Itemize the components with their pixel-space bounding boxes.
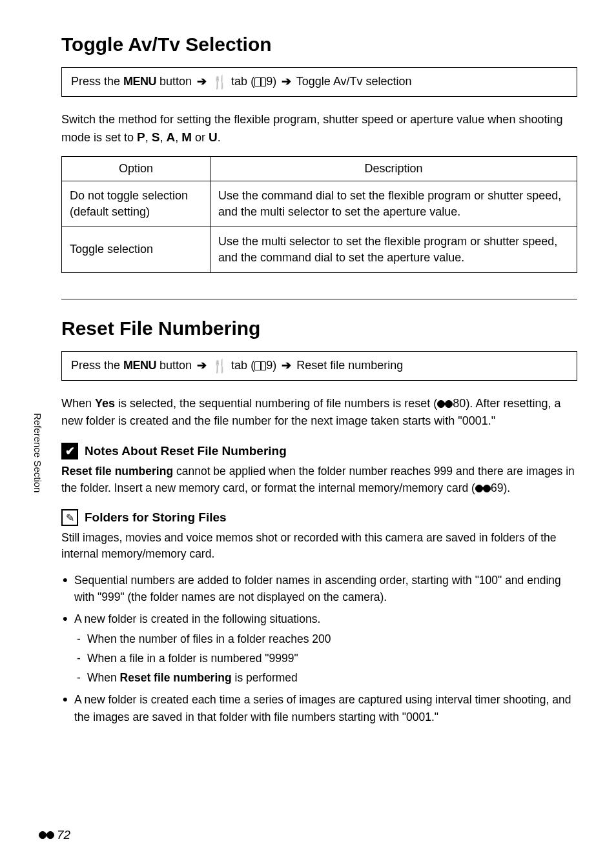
- section-heading-reset: Reset File Numbering: [61, 318, 577, 339]
- list-item: Sequential numbers are added to folder n…: [61, 572, 577, 606]
- nav-text: button: [156, 359, 195, 372]
- bold-term: Reset file numbering: [61, 465, 173, 478]
- nav-item-label: Toggle Av/Tv selection: [293, 75, 411, 88]
- menu-button-label: MENU: [123, 359, 156, 372]
- note-title: Notes About Reset File Numbering: [85, 444, 287, 458]
- options-table: Option Description Do not toggle selecti…: [61, 156, 577, 274]
- sub-list-item: When the number of files in a folder rea…: [74, 631, 577, 647]
- menu-button-label: MENU: [123, 75, 156, 88]
- note-title: Folders for Storing Files: [85, 510, 227, 525]
- page-ref: 9: [266, 75, 272, 88]
- nav-item-label: Reset file numbering: [293, 359, 403, 372]
- section-heading-toggle: Toggle Av/Tv Selection: [61, 34, 577, 56]
- breadcrumb-toggle: Press the MENU button ➔ 🍴 tab (9) ➔ Togg…: [61, 67, 577, 97]
- book-icon: [254, 77, 266, 86]
- table-row: Toggle selection Use the multi selector …: [62, 227, 577, 272]
- page-number: 72: [57, 828, 70, 842]
- book-icon: [254, 361, 266, 370]
- section-divider: [61, 299, 577, 299]
- reference-number: 80: [453, 397, 466, 410]
- arrow-icon: ➔: [282, 359, 291, 372]
- page-ref: 9: [266, 359, 272, 372]
- mode-letters: U: [209, 130, 218, 144]
- note-header-warning: ✔ Notes About Reset File Numbering: [61, 443, 577, 459]
- intro-paragraph: Switch the method for setting the flexib…: [61, 111, 577, 147]
- bullet-text: A new folder is created each time a seri…: [74, 693, 571, 723]
- nav-text: button: [156, 75, 195, 88]
- reference-link-icon: [475, 485, 491, 492]
- intro-text: .: [218, 131, 221, 144]
- sub-list-item: When Reset file numbering is performed: [74, 669, 577, 686]
- bullet-text: Sequential numbers are added to folder n…: [74, 574, 561, 603]
- option-cell: Do not toggle selection (default setting…: [62, 181, 210, 227]
- description-cell: Use the command dial to set the flexible…: [210, 181, 577, 227]
- bullet-list: Sequential numbers are added to folder n…: [61, 572, 577, 725]
- setup-tab-icon: 🍴: [212, 358, 228, 374]
- nav-text: Press the: [71, 75, 123, 88]
- sub-list: When the number of files in a folder rea…: [74, 631, 577, 687]
- reference-number: 69: [491, 481, 503, 494]
- nav-text: ): [272, 75, 280, 88]
- arrow-icon: ➔: [282, 75, 291, 88]
- sub-list-item: When a file in a folder is numbered "999…: [74, 650, 577, 667]
- body-paragraph: When Yes is selected, the sequential num…: [61, 395, 577, 430]
- table-header-option: Option: [62, 156, 210, 181]
- sub-text: is performed: [232, 671, 298, 684]
- nav-text: ): [272, 359, 280, 372]
- pencil-icon: ✎: [61, 509, 78, 526]
- mode-letters: M: [181, 130, 192, 144]
- yes-label: Yes: [95, 397, 115, 410]
- setup-tab-icon: 🍴: [212, 74, 228, 90]
- bullet-text: A new folder is created in the following…: [74, 612, 320, 625]
- warning-icon: ✔: [61, 443, 78, 459]
- mode-letters: P: [137, 130, 145, 144]
- nav-text: tab (: [228, 359, 254, 372]
- note-text: ).: [503, 481, 510, 494]
- bold-term: Reset file numbering: [120, 671, 232, 684]
- body-text: is selected, the sequential numbering of…: [115, 397, 437, 410]
- note-intro: Still images, movies and voice memos sho…: [61, 530, 577, 563]
- description-cell: Use the multi selector to set the flexib…: [210, 227, 577, 272]
- reference-link-icon: [437, 400, 453, 408]
- note-body: Reset file numbering cannot be applied w…: [61, 463, 577, 496]
- arrow-icon: ➔: [197, 359, 207, 372]
- body-text: When: [61, 397, 95, 410]
- option-cell: Toggle selection: [62, 227, 210, 272]
- arrow-icon: ➔: [197, 75, 207, 88]
- sub-text: When: [87, 671, 120, 684]
- page-footer: 72: [39, 828, 70, 842]
- note-header-info: ✎ Folders for Storing Files: [61, 509, 577, 526]
- list-item: A new folder is created in the following…: [61, 611, 577, 686]
- reference-link-icon: [39, 831, 54, 839]
- table-header-description: Description: [210, 156, 577, 181]
- mode-letters: A: [166, 130, 175, 144]
- nav-text: tab (: [228, 75, 254, 88]
- breadcrumb-reset: Press the MENU button ➔ 🍴 tab (9) ➔ Rese…: [61, 351, 577, 381]
- list-item: A new folder is created each time a seri…: [61, 691, 577, 725]
- side-section-label: Reference Section: [32, 413, 43, 492]
- table-row: Do not toggle selection (default setting…: [62, 181, 577, 227]
- nav-text: Press the: [71, 359, 123, 372]
- mode-letters: S: [152, 130, 160, 144]
